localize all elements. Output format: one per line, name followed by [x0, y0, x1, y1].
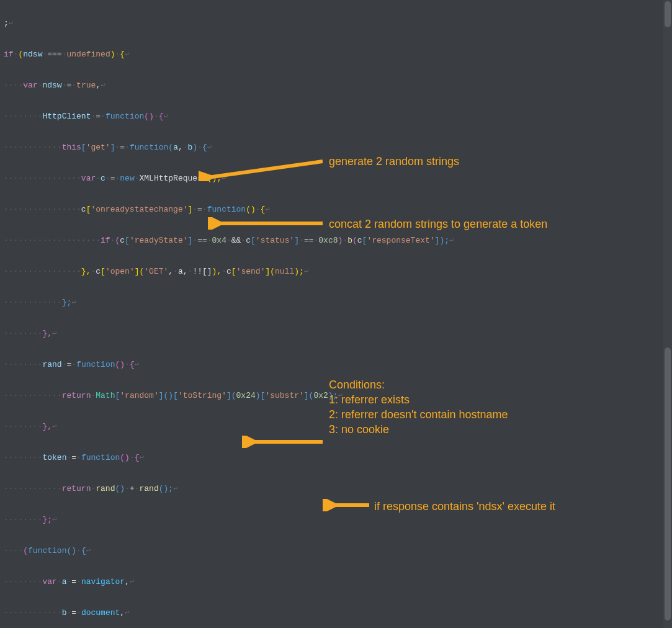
scrollbar-thumb[interactable]	[665, 348, 671, 621]
code-editor[interactable]: ;↩ if·(ndsw·===·undefined)·{↩ ····var·nd…	[0, 0, 672, 628]
scrollbar-track[interactable]	[663, 0, 672, 628]
scrollbar-thumb[interactable]	[665, 1, 671, 27]
code-text: ;	[4, 19, 9, 28]
